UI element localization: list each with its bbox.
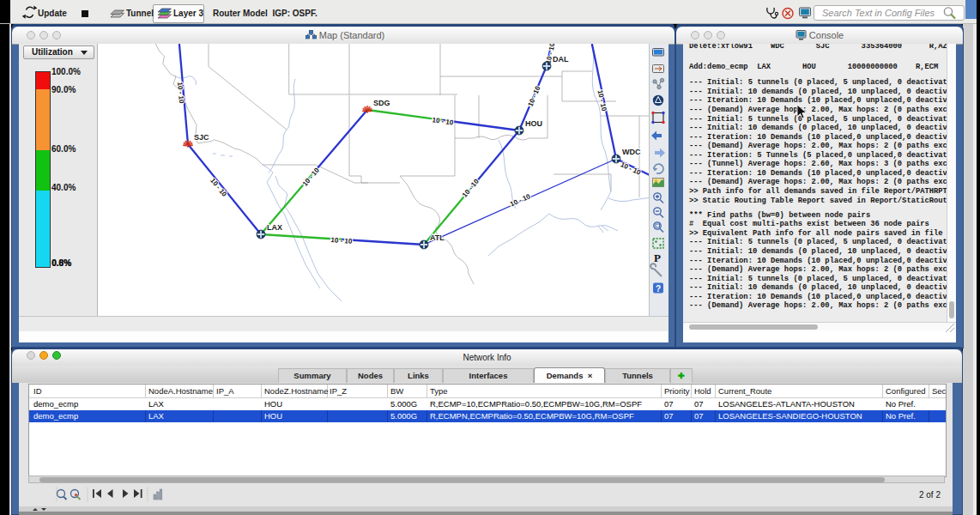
svg-text:ATL: ATL xyxy=(430,233,445,242)
svg-text:10 - 10: 10 - 10 xyxy=(509,192,532,209)
svg-text:WDC: WDC xyxy=(622,148,641,156)
svg-text:10 - 10: 10 - 10 xyxy=(526,84,541,107)
svg-text:10 - 10: 10 - 10 xyxy=(461,177,481,198)
svg-text:DAL: DAL xyxy=(553,55,569,64)
svg-text:?: ? xyxy=(656,284,661,294)
svg-text:LAX: LAX xyxy=(267,223,282,232)
svg-text:SJC: SJC xyxy=(194,133,209,142)
svg-text:HOU: HOU xyxy=(525,119,542,128)
svg-text:10 - 10: 10 - 10 xyxy=(596,89,608,112)
svg-text:10 - 10: 10 - 10 xyxy=(330,236,353,245)
svg-text:10 - 10: 10 - 10 xyxy=(209,177,228,198)
svg-text:10 - 10: 10 - 10 xyxy=(432,116,454,126)
svg-text:10 - 10: 10 - 10 xyxy=(176,82,185,104)
svg-text:P: P xyxy=(654,251,661,264)
svg-text:10 - 10: 10 - 10 xyxy=(620,161,643,177)
svg-text:SDG: SDG xyxy=(373,99,390,107)
svg-text:10 - 10: 10 - 10 xyxy=(301,167,321,188)
